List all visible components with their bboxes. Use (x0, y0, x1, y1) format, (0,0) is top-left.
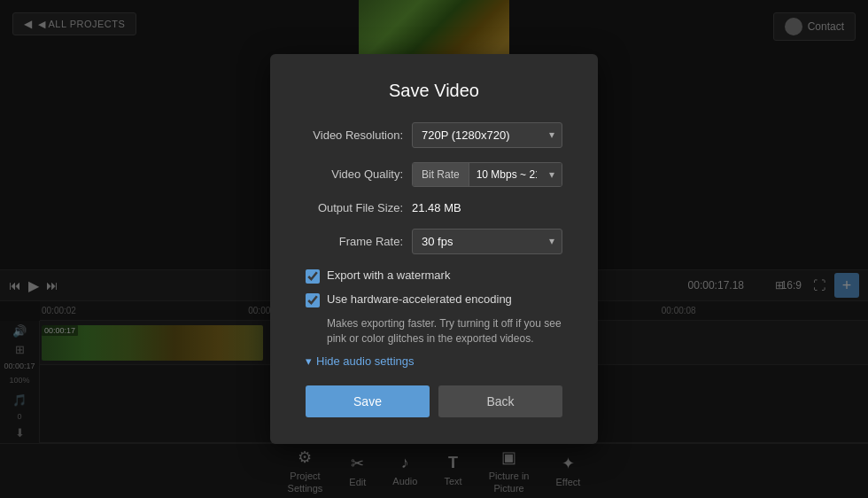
back-button[interactable]: Back (438, 385, 562, 417)
modal-overlay: Save Video Video Resolution: 720P (1280x… (0, 0, 868, 498)
hide-audio-settings-link[interactable]: ▾ Hide audio settings (306, 354, 562, 368)
output-file-size-label: Output File Size: (306, 201, 403, 214)
video-quality-control[interactable]: Bit Rate 10 Mbps ~ 21.48 MB [Standard] 2… (412, 162, 562, 187)
frame-rate-select-wrapper[interactable]: 30 fps 24 fps 25 fps 60 fps (412, 229, 562, 254)
frame-rate-row: Frame Rate: 30 fps 24 fps 25 fps 60 fps (306, 229, 562, 254)
video-resolution-row: Video Resolution: 720P (1280x720) 1080P … (306, 122, 562, 148)
hardware-encoding-checkbox[interactable] (306, 293, 320, 307)
export-watermark-checkbox[interactable] (306, 269, 320, 284)
modal-title: Save Video (306, 81, 562, 101)
save-button[interactable]: Save (306, 385, 430, 417)
hardware-encoding-label[interactable]: Use hardware-accelerated encoding (327, 292, 512, 306)
quality-select-wrapper[interactable]: 10 Mbps ~ 21.48 MB [Standard] 20 Mbps ~ … (469, 163, 562, 186)
hide-audio-label: Hide audio settings (316, 354, 415, 368)
video-resolution-select[interactable]: 720P (1280x720) 1080P (1920x1080) 480P (… (413, 123, 562, 147)
export-watermark-row: Export with a watermark (306, 268, 562, 284)
video-quality-label: Video Quality: (306, 167, 403, 181)
quality-select[interactable]: 10 Mbps ~ 21.48 MB [Standard] 20 Mbps ~ … (469, 163, 562, 186)
video-resolution-label: Video Resolution: (306, 128, 403, 142)
output-file-size-row: Output File Size: 21.48 MB (306, 201, 562, 214)
quality-badge: Bit Rate (413, 163, 469, 186)
video-quality-row: Video Quality: Bit Rate 10 Mbps ~ 21.48 … (306, 162, 562, 187)
modal-buttons: Save Back (306, 385, 562, 417)
chevron-down-icon: ▾ (306, 354, 312, 368)
hardware-encoding-description: Makes exporting faster. Try turning it o… (306, 316, 562, 346)
hardware-encoding-row: Use hardware-accelerated encoding (306, 292, 562, 307)
frame-rate-label: Frame Rate: (306, 235, 403, 248)
output-file-size-value: 21.48 MB (412, 201, 461, 214)
export-watermark-label[interactable]: Export with a watermark (327, 268, 450, 282)
save-video-modal: Save Video Video Resolution: 720P (1280x… (270, 54, 598, 445)
frame-rate-select[interactable]: 30 fps 24 fps 25 fps 60 fps (413, 230, 562, 253)
video-resolution-select-wrapper[interactable]: 720P (1280x720) 1080P (1920x1080) 480P (… (412, 122, 562, 148)
